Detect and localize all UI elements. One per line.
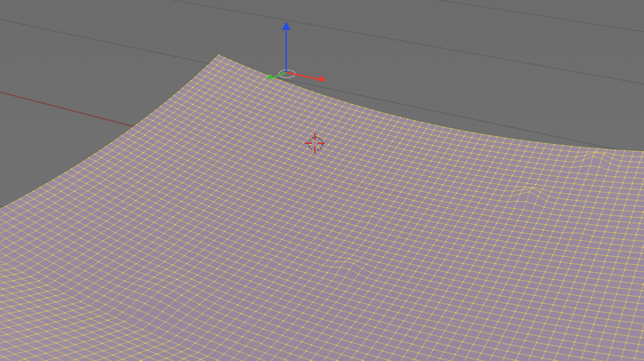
viewport-canvas[interactable] bbox=[0, 0, 644, 361]
viewport-3d[interactable] bbox=[0, 0, 644, 361]
